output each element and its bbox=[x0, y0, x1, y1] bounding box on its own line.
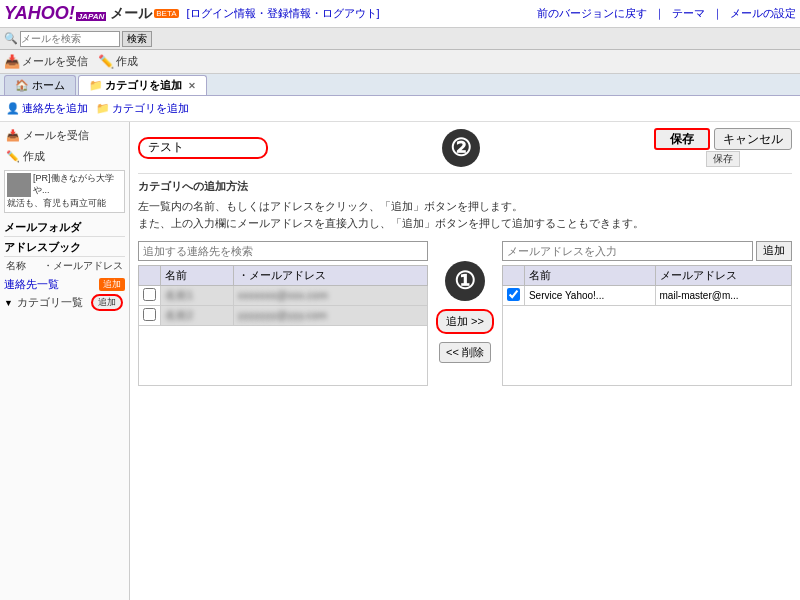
add-contact-icon: 👤 bbox=[6, 102, 20, 115]
checkbox-header bbox=[139, 265, 161, 285]
row-name-r: Service Yahoo!... bbox=[524, 285, 655, 305]
right-contacts-table: 名前 メールアドレス Service Yahoo!... mail-master… bbox=[502, 265, 792, 386]
folder-icon: 📁 bbox=[89, 79, 103, 92]
empty-row-r bbox=[502, 305, 791, 385]
row-checkbox[interactable] bbox=[139, 285, 161, 305]
sidebar: 📥 メールを受信 ✏️ 作成 [PR]働きながら大学や... 就活も、育児も両立… bbox=[0, 122, 130, 600]
table-row[interactable]: Service Yahoo!... mail-master@m... bbox=[502, 285, 791, 305]
left-contacts-table: 名前 ・メールアドレス 名前1 xxxxxxx@xxx.com 名前2 bbox=[138, 265, 428, 386]
instructions: カテゴリへの追加方法 左一覧内の名前、もしくはアドレスをクリック、「追加」ボタン… bbox=[138, 173, 792, 233]
row-email: xxxxxxx@xxx.com bbox=[233, 285, 427, 305]
compose-btn[interactable]: ✏️ 作成 bbox=[98, 54, 138, 69]
main: 📥 メールを受信 ✏️ 作成 [PR]働きながら大学や... 就活も、育児も両立… bbox=[0, 122, 800, 600]
email-label: ・メールアドレス bbox=[43, 259, 123, 273]
row-checkbox-r[interactable] bbox=[502, 285, 524, 305]
contacts-add-button[interactable]: 追加 bbox=[99, 278, 125, 291]
left-panel: 名前 ・メールアドレス 名前1 xxxxxxx@xxx.com 名前2 bbox=[138, 241, 428, 386]
panels: 名前 ・メールアドレス 名前1 xxxxxxx@xxx.com 名前2 bbox=[138, 241, 792, 386]
email-col-header-r: メールアドレス bbox=[655, 265, 791, 285]
mail-folder-header: メールフォルダ bbox=[4, 219, 125, 237]
right-panel: 追加 名前 メールアドレス Service Yahoo!... bbox=[502, 241, 792, 386]
search-input[interactable] bbox=[20, 31, 120, 47]
middle-buttons: ① 追加 >> << 削除 bbox=[432, 241, 498, 363]
checkbox-2[interactable] bbox=[143, 308, 156, 321]
search-button[interactable]: 検索 bbox=[122, 31, 152, 47]
step1-circle: ① bbox=[445, 261, 485, 301]
checkbox-r1[interactable] bbox=[507, 288, 520, 301]
add-arrow-button[interactable]: 追加 >> bbox=[436, 309, 494, 334]
add-category-icon: 📁 bbox=[96, 102, 110, 115]
yahoo-logo: YAHOO!JAPAN bbox=[4, 3, 106, 24]
home-icon: 🏠 bbox=[15, 79, 29, 91]
search-contacts-input[interactable] bbox=[138, 241, 428, 261]
email-add-button[interactable]: 追加 bbox=[756, 241, 792, 261]
save-label-below: 保存 bbox=[706, 151, 740, 167]
japan-badge: JAPAN bbox=[76, 12, 107, 21]
email-col-header: ・メールアドレス bbox=[233, 265, 427, 285]
save-button[interactable]: 保存 bbox=[654, 128, 710, 150]
mail-settings-link[interactable]: メールの設定 bbox=[730, 7, 796, 19]
actionbar: 👤 連絡先を追加 📁 カテゴリを追加 bbox=[0, 96, 800, 122]
compose-sidebar-btn[interactable]: ✏️ 作成 bbox=[4, 147, 125, 166]
instruction-line2: また、上の入力欄にメールアドレスを直接入力し、「追加」ボタンを押して追加すること… bbox=[138, 215, 792, 233]
receive-mail-btn[interactable]: 📥 メールを受信 bbox=[4, 54, 88, 69]
row-name: 名前2 bbox=[161, 305, 234, 325]
prev-version-link[interactable]: 前のバージョンに戻す bbox=[537, 7, 647, 19]
add-contact-action-btn[interactable]: 👤 連絡先を追加 bbox=[6, 101, 88, 116]
ad-line2: 就活も、育児も両立可能 bbox=[7, 197, 122, 210]
address-book-header: アドレスブック bbox=[4, 239, 125, 257]
name-col-header-r: 名前 bbox=[524, 265, 655, 285]
checkbox-1[interactable] bbox=[143, 288, 156, 301]
checkbox-header-r bbox=[502, 265, 524, 285]
ad-line1: [PR]働きながら大学や... bbox=[7, 173, 122, 197]
category-list-label[interactable]: カテゴリ一覧 bbox=[17, 295, 83, 310]
empty-row bbox=[139, 325, 428, 385]
beta-badge: BETA bbox=[154, 9, 178, 18]
triangle-icon: ▼ bbox=[4, 298, 13, 308]
category-add-button[interactable]: 追加 bbox=[91, 294, 123, 311]
search-icon: 🔍 bbox=[4, 32, 18, 45]
table-row[interactable]: 名前2 yyyyyyy@yyy.com bbox=[139, 305, 428, 325]
compose-sidebar-icon: ✏️ bbox=[6, 150, 20, 163]
tab-add-category[interactable]: 📁 カテゴリを追加 ✕ bbox=[78, 75, 207, 95]
name-col-header: 名前 bbox=[161, 265, 234, 285]
content: ② 保存 キャンセル 保存 カテゴリへの追加方法 左一覧内の名前、もしくはアドレ… bbox=[130, 122, 800, 600]
tabbar: 🏠 ホーム 📁 カテゴリを追加 ✕ bbox=[0, 74, 800, 96]
receive-sidebar-icon: 📥 bbox=[6, 129, 20, 142]
toolbar: 📥 メールを受信 ✏️ 作成 bbox=[0, 50, 800, 74]
row-email-r: mail-master@m... bbox=[655, 285, 791, 305]
category-name-input[interactable] bbox=[138, 137, 268, 159]
tab-home[interactable]: 🏠 ホーム bbox=[4, 75, 76, 95]
receive-icon: 📥 bbox=[4, 54, 20, 69]
theme-link[interactable]: テーマ bbox=[672, 7, 705, 19]
row-email: yyyyyyy@yyy.com bbox=[233, 305, 427, 325]
instruction-line1: 左一覧内の名前、もしくはアドレスをクリック、「追加」ボタンを押します。 bbox=[138, 198, 792, 216]
compose-icon: ✏️ bbox=[98, 54, 114, 69]
header-right: 前のバージョンに戻す ｜ テーマ ｜ メールの設定 bbox=[531, 6, 796, 21]
email-direct-input[interactable] bbox=[502, 241, 753, 261]
row-name: 名前1 bbox=[161, 285, 234, 305]
mail-label: メール bbox=[110, 5, 152, 23]
receive-sidebar-btn[interactable]: 📥 メールを受信 bbox=[4, 126, 125, 145]
table-row[interactable]: 名前1 xxxxxxx@xxx.com bbox=[139, 285, 428, 305]
tab-close-icon[interactable]: ✕ bbox=[188, 81, 196, 91]
header-links[interactable]: [ログイン情報・登録情報・ログアウト] bbox=[187, 6, 380, 21]
contacts-list-label[interactable]: 連絡先一覧 bbox=[4, 277, 59, 292]
step2-circle: ② bbox=[442, 129, 480, 167]
instruction-title: カテゴリへの追加方法 bbox=[138, 178, 792, 196]
cancel-button[interactable]: キャンセル bbox=[714, 128, 792, 150]
add-category-action-btn[interactable]: 📁 カテゴリを追加 bbox=[96, 101, 189, 116]
ad-preview: [PR]働きながら大学や... 就活も、育児も両立可能 bbox=[4, 170, 125, 213]
name-label: 名称 bbox=[6, 259, 26, 273]
row-checkbox[interactable] bbox=[139, 305, 161, 325]
remove-button[interactable]: << 削除 bbox=[439, 342, 491, 363]
searchbar: 🔍 検索 bbox=[0, 28, 800, 50]
header: YAHOO!JAPAN メール BETA [ログイン情報・登録情報・ログアウト]… bbox=[0, 0, 800, 28]
